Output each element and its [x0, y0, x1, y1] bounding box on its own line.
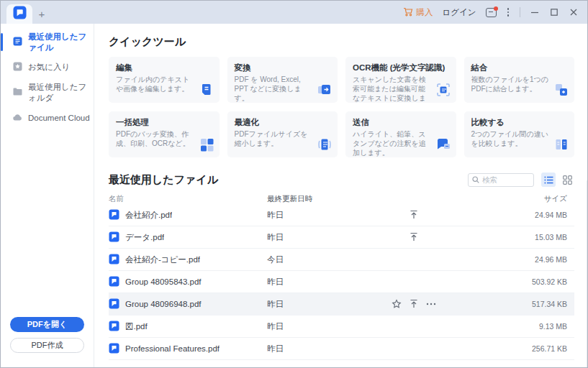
- sidebar-item-document-cloud[interactable]: Document Cloud: [1, 105, 94, 130]
- card-title: 一括処理: [116, 117, 212, 128]
- search-input[interactable]: [482, 175, 525, 184]
- card-title: 送信: [353, 117, 449, 128]
- card-desc: PDF を Word, Excel, PPT などに変換します。: [235, 75, 331, 103]
- scrollbar-track[interactable]: [587, 180, 587, 367]
- file-modified: 今日: [263, 254, 389, 265]
- notification-icon[interactable]: [486, 8, 497, 17]
- main-content: クイックツール 編集 ファイル内のテキストや画像を編集します。 変換 PDF を…: [94, 24, 587, 367]
- table-row[interactable]: Group 48095843.pdf 昨日 503.92 KB: [109, 271, 574, 293]
- more-menu-icon[interactable]: [506, 8, 511, 17]
- column-size: サイズ: [544, 194, 574, 204]
- file-name: 会社紹介-コピー.pdf: [125, 254, 200, 265]
- file-size: 24.94 MB: [535, 211, 574, 219]
- upload-cloud-icon[interactable]: [407, 230, 421, 244]
- column-name: 名前: [109, 194, 263, 204]
- favorites-star-icon: [13, 62, 22, 73]
- pdf-file-icon: [109, 254, 119, 266]
- quick-tools-grid: 編集 ファイル内のテキストや画像を編集します。 変換 PDF を Word, E…: [109, 57, 574, 157]
- table-row[interactable]: Professional Features.pdf 昨日 256.71 KB: [109, 338, 574, 360]
- file-modified: 昨日: [263, 299, 389, 310]
- table-row[interactable]: 会社紹介.pdf 昨日 24.94 MB: [109, 204, 574, 226]
- card-title: 最適化: [235, 117, 331, 128]
- new-tab-button[interactable]: +: [32, 4, 51, 24]
- quick-tool-send[interactable]: 送信 ハイライト、鉛筆、スタンプなどの注釈を追加します。: [345, 111, 456, 157]
- file-size: 503.92 KB: [532, 277, 574, 286]
- sidebar-item-favorites[interactable]: お気に入り: [1, 55, 94, 80]
- search-box[interactable]: [468, 173, 534, 187]
- sidebar-item-recent-files[interactable]: 最近使用したファイル: [1, 29, 94, 55]
- quick-tool-convert[interactable]: 変換 PDF を Word, Excel, PPT などに変換します。: [227, 57, 338, 103]
- file-list: 会社紹介.pdf 昨日 24.94 MB データ.pdf 昨日 15.03 MB…: [109, 204, 574, 360]
- minimize-button[interactable]: [530, 7, 540, 17]
- sidebar-item-label: Document Cloud: [28, 114, 90, 122]
- file-modified: 昨日: [263, 232, 389, 243]
- create-pdf-button[interactable]: PDF作成: [10, 338, 84, 353]
- sidebar-item-label: お気に入り: [28, 62, 70, 73]
- open-pdf-button[interactable]: PDFを開く: [10, 317, 84, 332]
- column-modified: 最終更新日時: [263, 194, 389, 204]
- app-window: + 購入 ログイン 最近使用したファイル: [0, 0, 588, 368]
- table-row-hovered[interactable]: Group 48096948.pdf 昨日 517.34 KB: [109, 293, 574, 316]
- file-size: 15.03 MB: [535, 233, 574, 242]
- file-name: Professional Features.pdf: [125, 344, 220, 353]
- pdf-file-icon: [109, 276, 119, 288]
- table-row[interactable]: 図.pdf 昨日 9.13 MB: [109, 316, 574, 338]
- more-actions-icon[interactable]: [424, 297, 438, 311]
- file-modified: 昨日: [263, 321, 389, 332]
- file-size: 9.13 MB: [539, 322, 574, 331]
- maximize-button[interactable]: [549, 7, 559, 17]
- card-desc: ハイライト、鉛筆、スタンプなどの注釈を追加します。: [353, 129, 449, 157]
- sidebar-item-label: 最近使用したファイル: [28, 32, 94, 53]
- card-title: 結合: [471, 63, 568, 73]
- close-button[interactable]: [569, 7, 579, 17]
- card-title: 変換: [235, 63, 331, 73]
- cloud-icon: [13, 114, 22, 122]
- recent-files-icon: [13, 37, 22, 47]
- table-row[interactable]: 会社紹介-コピー.pdf 今日 24.96 MB: [109, 249, 574, 271]
- sidebar-item-label: 最近使用したフォルダ: [28, 82, 94, 104]
- file-size: 256.71 KB: [532, 344, 574, 353]
- titlebar-actions: 購入 ログイン: [403, 1, 587, 24]
- combine-icon: [553, 82, 569, 98]
- edit-icon: [199, 82, 214, 98]
- grid-view-toggle[interactable]: [560, 172, 574, 187]
- card-desc: 複数のファイルを1つのPDFに結合します。: [471, 75, 568, 93]
- quick-tools-title: クイックツール: [109, 35, 574, 49]
- card-desc: ファイル内のテキストや画像を編集します。: [116, 75, 212, 93]
- upload-cloud-icon[interactable]: [407, 297, 421, 311]
- favorite-star-icon[interactable]: [389, 297, 404, 311]
- list-view-toggle[interactable]: [541, 172, 556, 187]
- pdf-file-icon: [109, 298, 119, 310]
- titlebar-divider: [520, 7, 520, 17]
- titlebar: + 購入 ログイン: [1, 1, 587, 24]
- app-tab[interactable]: [6, 4, 32, 24]
- quick-tool-batch[interactable]: 一括処理 PDFのバッチ変換、作成、印刷、OCRなど。: [109, 111, 220, 157]
- folder-icon: [13, 88, 22, 97]
- convert-icon: [317, 82, 333, 98]
- sidebar: 最近使用したファイル お気に入り 最近使用したフォルダ Document Clo…: [1, 24, 94, 367]
- cart-icon: [403, 7, 413, 18]
- quick-tool-optimize[interactable]: 最適化 PDFファイルサイズを縮小します。: [227, 111, 338, 157]
- login-button[interactable]: ログイン: [442, 7, 476, 18]
- card-title: 編集: [116, 63, 212, 73]
- sidebar-item-recent-folders[interactable]: 最近使用したフォルダ: [1, 80, 94, 105]
- batch-icon: [199, 137, 214, 152]
- card-title: OCR機能 (光学文字認識): [353, 63, 449, 73]
- file-modified: 昨日: [263, 277, 389, 288]
- buy-button[interactable]: 購入: [403, 7, 433, 18]
- quick-tool-compare[interactable]: 比較する 2つのファイル間の違いを比較します。: [464, 111, 575, 157]
- file-modified: 昨日: [263, 210, 389, 221]
- optimize-icon: [317, 137, 333, 152]
- file-table-header: 名前 最終更新日時 サイズ: [109, 194, 574, 204]
- pdf-file-icon: [109, 343, 119, 355]
- card-title: 比較する: [471, 117, 568, 128]
- file-modified: 昨日: [263, 344, 389, 354]
- ocr-icon: [435, 82, 451, 98]
- buy-label: 購入: [416, 7, 433, 18]
- upload-cloud-icon[interactable]: [407, 208, 421, 222]
- file-name: Group 48096948.pdf: [125, 300, 202, 308]
- quick-tool-combine[interactable]: 結合 複数のファイルを1つのPDFに結合します。: [464, 57, 575, 103]
- quick-tool-ocr[interactable]: OCR機能 (光学文字認識) スキャンした文書を検索可能または編集可能なテキスト…: [345, 57, 456, 103]
- quick-tool-edit[interactable]: 編集 ファイル内のテキストや画像を編集します。: [109, 57, 220, 103]
- table-row[interactable]: データ.pdf 昨日 15.03 MB: [109, 226, 574, 249]
